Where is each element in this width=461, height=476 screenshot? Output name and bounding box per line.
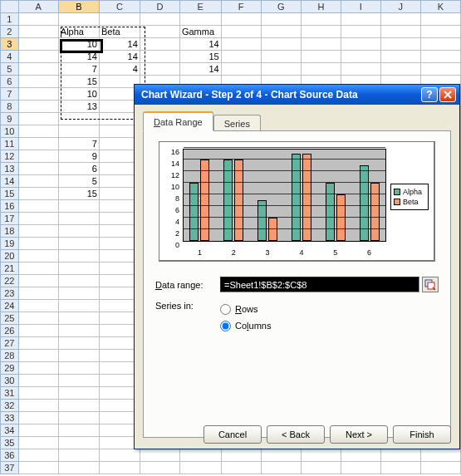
cell[interactable] [261, 63, 301, 76]
cell[interactable] [179, 462, 221, 474]
cell[interactable]: 14 [179, 63, 221, 76]
cell[interactable]: 15 [58, 76, 99, 88]
cell[interactable] [58, 200, 99, 213]
cell[interactable] [18, 362, 58, 375]
row-header[interactable]: 15 [1, 188, 19, 200]
cell[interactable]: Beta [99, 26, 140, 38]
row-header[interactable]: 8 [1, 101, 19, 113]
row-header[interactable]: 28 [1, 350, 19, 362]
cell[interactable] [301, 449, 341, 462]
cell[interactable] [18, 238, 58, 250]
cell[interactable] [221, 63, 261, 76]
row-header[interactable]: 9 [1, 113, 19, 125]
cell[interactable] [58, 362, 99, 375]
cell[interactable]: 7 [58, 138, 99, 150]
cell[interactable] [58, 437, 99, 449]
row-header[interactable]: 20 [1, 250, 19, 263]
row-header[interactable]: 4 [1, 51, 19, 63]
cell[interactable] [420, 13, 460, 26]
cell[interactable] [301, 462, 341, 474]
cell[interactable]: 14 [99, 51, 140, 63]
row-header[interactable]: 36 [1, 449, 19, 462]
cell[interactable] [58, 300, 99, 312]
cell[interactable] [18, 263, 58, 275]
cell[interactable]: 7 [58, 63, 99, 76]
cell[interactable] [261, 26, 301, 38]
col-header[interactable]: J [380, 1, 420, 13]
data-range-input[interactable] [220, 277, 419, 292]
radio-columns[interactable]: Columns [220, 317, 285, 334]
cell[interactable] [420, 462, 460, 474]
row-header[interactable]: 24 [1, 300, 19, 312]
cell[interactable] [221, 462, 261, 474]
cell[interactable] [18, 250, 58, 263]
cell[interactable] [18, 400, 58, 412]
col-header[interactable]: K [420, 1, 460, 13]
col-header[interactable]: B [58, 1, 99, 13]
cell[interactable] [58, 312, 99, 325]
cell[interactable] [18, 325, 58, 337]
row-header[interactable]: 17 [1, 213, 19, 225]
row-header[interactable]: 6 [1, 76, 19, 88]
next-button[interactable]: Next > [330, 425, 388, 444]
finish-button[interactable]: Finish [393, 425, 451, 444]
cell[interactable] [140, 13, 179, 26]
col-header[interactable]: A [18, 1, 58, 13]
cell[interactable] [420, 449, 460, 462]
cell[interactable] [58, 462, 99, 474]
row-header[interactable]: 27 [1, 337, 19, 350]
cell[interactable] [18, 76, 58, 88]
cell[interactable] [58, 337, 99, 350]
row-header[interactable]: 14 [1, 175, 19, 188]
cell[interactable] [18, 312, 58, 325]
cell[interactable] [18, 225, 58, 238]
cell[interactable] [58, 350, 99, 362]
cell[interactable] [58, 449, 99, 462]
cell[interactable] [341, 26, 380, 38]
cell[interactable] [18, 350, 58, 362]
cell[interactable] [140, 449, 179, 462]
row-header[interactable]: 25 [1, 312, 19, 325]
cell[interactable] [301, 26, 341, 38]
cell[interactable] [261, 51, 301, 63]
cell[interactable] [58, 225, 99, 238]
cell[interactable] [18, 200, 58, 213]
cell[interactable] [420, 38, 460, 51]
cell[interactable] [140, 462, 179, 474]
cell[interactable]: 9 [58, 150, 99, 163]
close-button[interactable] [439, 87, 456, 102]
cell[interactable]: 6 [58, 163, 99, 175]
cell[interactable] [18, 113, 58, 125]
cell[interactable]: 14 [58, 51, 99, 63]
cell[interactable] [58, 250, 99, 263]
col-header[interactable]: G [261, 1, 301, 13]
cell[interactable] [221, 51, 261, 63]
cell[interactable] [58, 325, 99, 337]
cell[interactable] [221, 449, 261, 462]
cell[interactable] [18, 38, 58, 51]
cell[interactable] [380, 38, 420, 51]
cell[interactable]: 10 [58, 38, 99, 51]
cell[interactable]: Gamma [179, 26, 221, 38]
cell[interactable] [18, 63, 58, 76]
cell[interactable] [420, 26, 460, 38]
cell[interactable] [18, 213, 58, 225]
cell[interactable] [341, 51, 380, 63]
cell[interactable] [420, 63, 460, 76]
radio-rows-input[interactable] [220, 304, 231, 315]
cell[interactable] [18, 437, 58, 449]
cell[interactable] [58, 213, 99, 225]
row-header[interactable]: 30 [1, 375, 19, 387]
cell[interactable] [18, 125, 58, 138]
cell[interactable] [140, 38, 179, 51]
cell[interactable] [140, 26, 179, 38]
cell[interactable]: 14 [179, 38, 221, 51]
col-header[interactable]: C [99, 1, 140, 13]
cell[interactable] [179, 13, 221, 26]
row-header[interactable]: 29 [1, 362, 19, 375]
cell[interactable] [179, 449, 221, 462]
cell[interactable] [261, 13, 301, 26]
cell[interactable]: 13 [58, 101, 99, 113]
cell[interactable] [380, 449, 420, 462]
cell[interactable] [140, 51, 179, 63]
